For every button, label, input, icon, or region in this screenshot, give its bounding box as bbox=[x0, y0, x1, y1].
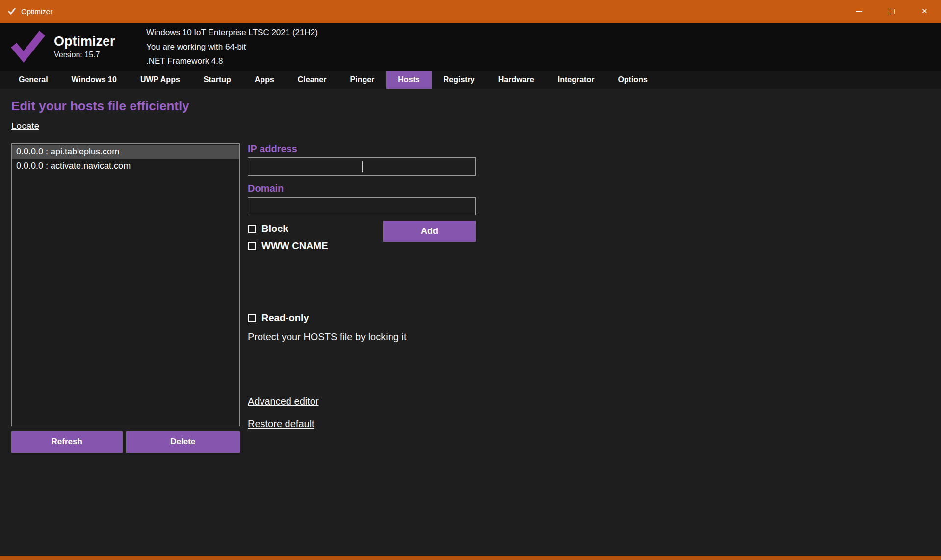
system-info-os: Windows 10 IoT Enterprise LTSC 2021 (21H… bbox=[146, 25, 318, 40]
list-buttons: Refresh Delete bbox=[11, 431, 240, 453]
app-name: Optimizer bbox=[54, 34, 128, 49]
tab-apps[interactable]: Apps bbox=[243, 71, 286, 89]
optimizer-logo-check-icon bbox=[10, 30, 46, 63]
block-checkbox-label: Block bbox=[261, 223, 288, 234]
list-item[interactable]: 0.0.0.0 : api.tableplus.com bbox=[12, 145, 239, 159]
text-caret bbox=[362, 161, 363, 172]
add-row: Block WWW CNAME Add bbox=[248, 223, 476, 270]
hosts-form-column: IP address Domain Block WWW C bbox=[248, 143, 476, 453]
list-item[interactable]: 0.0.0.0 : activate.navicat.com bbox=[12, 159, 239, 173]
readonly-checkbox[interactable]: Read-only bbox=[248, 312, 476, 324]
readonly-checkbox-label: Read-only bbox=[261, 312, 309, 324]
tab-general[interactable]: General bbox=[7, 71, 60, 89]
app-version: Version: 15.7 bbox=[54, 51, 128, 59]
window-title: Optimizer bbox=[21, 7, 52, 16]
tab-windows-10[interactable]: Windows 10 bbox=[60, 71, 129, 89]
restore-default-link[interactable]: Restore default bbox=[248, 418, 314, 430]
tab-cleaner[interactable]: Cleaner bbox=[286, 71, 339, 89]
hosts-list-column: 0.0.0.0 : api.tableplus.com 0.0.0.0 : ac… bbox=[11, 143, 240, 453]
window-controls: ✕ bbox=[842, 0, 941, 23]
minimize-icon bbox=[856, 11, 862, 12]
system-info: Windows 10 IoT Enterprise LTSC 2021 (21H… bbox=[146, 25, 318, 68]
domain-input[interactable] bbox=[248, 197, 476, 215]
tab-registry[interactable]: Registry bbox=[432, 71, 487, 89]
hosts-page: Edit your hosts file efficiently Locate … bbox=[0, 89, 941, 560]
domain-label: Domain bbox=[248, 183, 476, 194]
links-section: Advanced editor Restore default bbox=[248, 396, 476, 430]
minimize-button[interactable] bbox=[842, 0, 875, 23]
advanced-editor-link[interactable]: Advanced editor bbox=[248, 396, 319, 407]
tab-uwp-apps[interactable]: UWP Apps bbox=[129, 71, 192, 89]
add-button[interactable]: Add bbox=[383, 221, 476, 242]
system-info-dotnet: .NET Framework 4.8 bbox=[146, 54, 318, 68]
ip-address-label: IP address bbox=[248, 143, 476, 154]
locate-link[interactable]: Locate bbox=[11, 121, 39, 131]
readonly-hint: Protect your HOSTS file by locking it bbox=[248, 331, 476, 343]
main-columns: 0.0.0.0 : api.tableplus.com 0.0.0.0 : ac… bbox=[11, 143, 941, 453]
domain-input-wrap bbox=[248, 197, 476, 215]
hosts-listbox[interactable]: 0.0.0.0 : api.tableplus.com 0.0.0.0 : ac… bbox=[11, 143, 240, 426]
tab-pinger[interactable]: Pinger bbox=[339, 71, 387, 89]
titlebar[interactable]: Optimizer ✕ bbox=[0, 0, 941, 23]
www-cname-checkbox[interactable]: WWW CNAME bbox=[248, 240, 476, 252]
ip-address-input-wrap bbox=[248, 157, 476, 176]
checkbox-box-icon bbox=[248, 242, 256, 250]
window-bottom-border bbox=[0, 556, 941, 560]
maximize-button[interactable] bbox=[875, 0, 908, 23]
tab-startup[interactable]: Startup bbox=[192, 71, 243, 89]
www-cname-checkbox-label: WWW CNAME bbox=[261, 240, 328, 252]
system-info-arch: You are working with 64-bit bbox=[146, 40, 318, 54]
delete-button[interactable]: Delete bbox=[126, 431, 240, 453]
tab-integrator[interactable]: Integrator bbox=[546, 71, 606, 89]
close-button[interactable]: ✕ bbox=[908, 0, 941, 23]
checkbox-box-icon bbox=[248, 225, 256, 233]
refresh-button[interactable]: Refresh bbox=[11, 431, 123, 453]
checkbox-box-icon bbox=[248, 314, 256, 322]
tab-options[interactable]: Options bbox=[606, 71, 659, 89]
readonly-section: Read-only Protect your HOSTS file by loc… bbox=[248, 312, 476, 343]
app-window: Optimizer ✕ Optimizer Version: 15.7 Wind… bbox=[0, 0, 941, 560]
tab-hosts[interactable]: Hosts bbox=[386, 71, 431, 89]
app-check-icon bbox=[7, 6, 17, 16]
brand-block: Optimizer Version: 15.7 bbox=[54, 34, 128, 59]
page-title: Edit your hosts file efficiently bbox=[11, 99, 941, 114]
app-header: Optimizer Version: 15.7 Windows 10 IoT E… bbox=[0, 23, 941, 71]
close-icon: ✕ bbox=[921, 7, 928, 16]
tab-hardware[interactable]: Hardware bbox=[487, 71, 546, 89]
maximize-icon bbox=[889, 9, 895, 14]
tabbar: General Windows 10 UWP Apps Startup Apps… bbox=[0, 71, 941, 89]
